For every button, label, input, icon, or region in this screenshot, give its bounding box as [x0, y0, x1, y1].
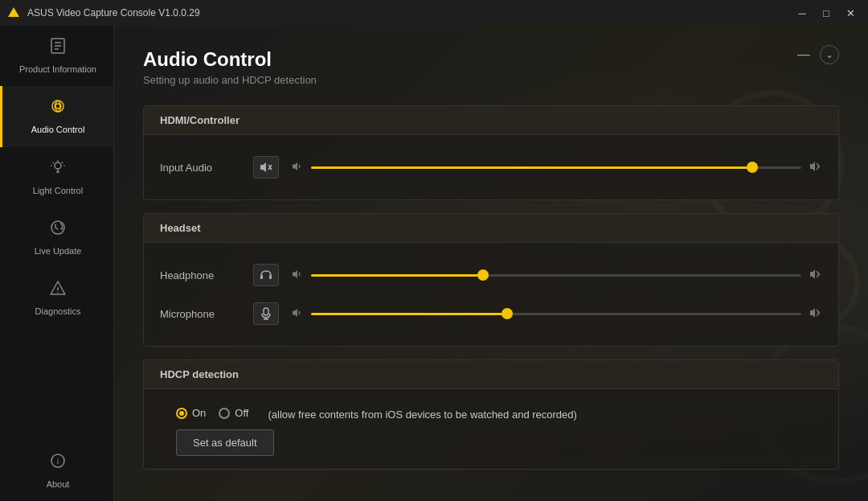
microphone-slider-wrap [292, 307, 822, 321]
minimize-window-button[interactable]: ─ [791, 5, 813, 21]
page-minimize-button[interactable]: — [797, 47, 810, 62]
hdcp-option-on[interactable]: On [176, 407, 206, 419]
headset-body: Headphone [144, 243, 838, 346]
sidebar-label-product-information: Product Information [19, 64, 96, 75]
microphone-thumb[interactable] [502, 308, 513, 319]
window-controls: ─ □ ✕ [791, 5, 862, 21]
hdcp-on-radio[interactable] [176, 408, 187, 419]
hdcp-detection-section: HDCP detection On Off (all [143, 359, 839, 470]
input-audio-label: Input Audio [160, 162, 240, 174]
headphone-vol-max-icon [809, 269, 822, 282]
input-audio-vol-min-icon [292, 161, 303, 174]
svg-marker-16 [293, 162, 297, 170]
microphone-track[interactable] [311, 313, 801, 315]
main-content: — ⌄ Audio Control Setting up audio and H… [114, 26, 868, 501]
headphone-icon-button[interactable] [253, 264, 279, 286]
app-title: ASUS Video Capture Console V1.0.0.29 [27, 7, 200, 18]
sidebar: Product Information Audio Control [0, 26, 114, 501]
maximize-window-button[interactable]: □ [815, 5, 837, 21]
svg-marker-20 [293, 270, 297, 278]
sidebar-item-about[interactable]: i About [0, 441, 113, 501]
sidebar-label-about: About [47, 478, 70, 490]
hdmi-controller-header: HDMI/Controller [144, 106, 838, 135]
headphone-row: Headphone [160, 256, 822, 294]
headphone-vol-min-icon [292, 269, 303, 281]
microphone-row: Microphone [160, 294, 822, 333]
hdcp-options-row: On Off (allow free contents from iOS dev… [160, 402, 822, 423]
asus-logo-icon [6, 6, 21, 20]
headphone-thumb[interactable] [477, 269, 489, 281]
diagnostics-icon [49, 279, 67, 301]
svg-marker-26 [810, 308, 815, 318]
headset-section: Headset Headphone [143, 213, 839, 347]
hdmi-controller-section: HDMI/Controller Input Audio [143, 105, 839, 200]
page-top-controls: — ⌄ [797, 45, 839, 64]
microphone-label: Microphone [160, 308, 240, 320]
microphone-vol-max-icon [809, 307, 822, 321]
input-audio-track[interactable] [311, 166, 801, 169]
svg-point-10 [57, 292, 59, 294]
input-audio-fill [311, 166, 752, 169]
headphone-slider-wrap [292, 269, 822, 282]
sidebar-item-diagnostics[interactable]: Diagnostics [0, 268, 113, 328]
hdcp-option-off[interactable]: Off [219, 407, 248, 419]
hdcp-detection-body: On Off (allow free contents from iOS dev… [144, 389, 838, 469]
title-bar-left: ASUS Video Capture Console V1.0.0.29 [6, 6, 200, 20]
page-subtitle: Setting up audio and HDCP detection [143, 74, 839, 86]
svg-point-7 [55, 162, 61, 169]
input-audio-slider-wrap [292, 161, 822, 175]
title-bar: ASUS Video Capture Console V1.0.0.29 ─ □… [0, 0, 868, 26]
svg-marker-17 [810, 162, 815, 171]
microphone-fill [311, 313, 507, 315]
product-information-icon [49, 37, 67, 59]
sidebar-label-live-update: Live Update [35, 245, 82, 257]
input-audio-row: Input Audio [160, 148, 822, 187]
audio-control-icon [49, 97, 67, 119]
hdcp-off-note: (allow free contents from iOS devices to… [268, 407, 576, 423]
sidebar-item-live-update[interactable]: Live Update [0, 207, 113, 268]
svg-text:i: i [56, 456, 59, 466]
hdmi-controller-body: Input Audio [144, 135, 838, 199]
hdcp-off-radio[interactable] [219, 408, 230, 419]
hdcp-on-label: On [192, 407, 206, 419]
svg-marker-0 [8, 7, 19, 17]
app-body: Product Information Audio Control [0, 26, 868, 501]
sidebar-label-diagnostics: Diagnostics [35, 306, 81, 317]
hdcp-detection-header: HDCP detection [144, 360, 838, 389]
svg-marker-25 [293, 309, 297, 317]
svg-rect-18 [260, 275, 263, 279]
hdcp-on-dot [179, 411, 184, 416]
sidebar-item-product-information[interactable]: Product Information [0, 26, 113, 86]
hdcp-off-label: Off [235, 407, 248, 419]
headphone-fill [311, 274, 483, 277]
svg-rect-19 [269, 275, 272, 279]
sidebar-label-audio-control: Audio Control [31, 124, 85, 135]
sidebar-label-light-control: Light Control [33, 185, 83, 196]
svg-marker-13 [260, 162, 266, 172]
close-window-button[interactable]: ✕ [839, 5, 862, 21]
svg-point-6 [55, 104, 60, 109]
set-as-default-button[interactable]: Set as default [176, 429, 274, 456]
microphone-icon-button[interactable] [253, 302, 279, 325]
light-control-icon [49, 158, 67, 180]
svg-marker-21 [810, 269, 815, 279]
input-audio-mute-button[interactable] [253, 156, 279, 179]
sidebar-item-audio-control[interactable]: Audio Control [0, 86, 113, 146]
about-icon: i [49, 452, 67, 474]
live-update-icon [49, 219, 67, 240]
headset-header: Headset [144, 214, 838, 243]
input-audio-vol-max-icon [809, 161, 822, 175]
headphone-label: Headphone [160, 269, 240, 281]
page-expand-button[interactable]: ⌄ [820, 45, 839, 64]
content-area: Audio Control Setting up audio and HDCP … [114, 26, 868, 501]
page-title: Audio Control [143, 48, 839, 71]
sidebar-item-light-control[interactable]: Light Control [0, 147, 113, 207]
svg-point-5 [52, 101, 63, 112]
input-audio-thumb[interactable] [747, 162, 758, 173]
microphone-vol-min-icon [292, 307, 303, 320]
headphone-track[interactable] [311, 274, 801, 277]
svg-rect-22 [264, 308, 268, 315]
